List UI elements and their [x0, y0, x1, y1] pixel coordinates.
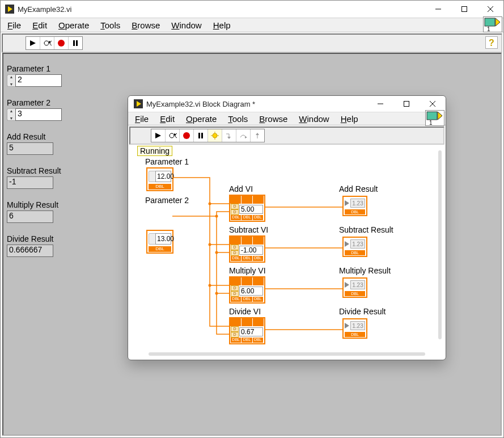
- run-continuous-button[interactable]: [166, 129, 180, 142]
- maximize-button[interactable]: [451, 1, 477, 18]
- menu-tools[interactable]: Tools: [95, 19, 126, 32]
- minimize-button[interactable]: [425, 1, 451, 18]
- menu-edit[interactable]: Edit: [154, 112, 180, 125]
- menu-browse[interactable]: Browse: [253, 112, 293, 125]
- minimize-button[interactable]: [367, 95, 393, 112]
- indicator-label-add: Add Result: [339, 184, 378, 193]
- indicator-terminal-add[interactable]: 1.23DBL: [342, 196, 367, 216]
- label: Subtract Result: [7, 166, 61, 175]
- menu-browse[interactable]: Browse: [126, 19, 166, 32]
- connector-pane-icon[interactable]: 1: [425, 110, 444, 128]
- subvi-add[interactable]: DD 5.00 DBLDBLDBL: [229, 195, 265, 222]
- svg-rect-14: [76, 40, 78, 46]
- menu-bar: File Edit Operate Tools Browse Window He…: [1, 18, 503, 32]
- indicator-add-result: Add Result 5: [7, 132, 53, 155]
- menu-operate[interactable]: Operate: [53, 19, 95, 32]
- run-button[interactable]: [26, 37, 40, 49]
- numeric-indicator: -1: [7, 176, 53, 189]
- front-panel[interactable]: Parameter 1 ▲▼ 2 Parameter 2 ▲▼ 3 Add Re…: [2, 53, 502, 436]
- numeric-input[interactable]: 3: [15, 108, 62, 121]
- menu-window[interactable]: Window: [166, 19, 207, 32]
- label: Parameter 1: [7, 64, 62, 73]
- svg-marker-39: [256, 133, 259, 135]
- label: Multiply Result: [7, 200, 58, 209]
- context-help-button[interactable]: ?: [485, 36, 498, 51]
- menu-help[interactable]: Help: [335, 112, 364, 125]
- indicator-label-subtract: Subtract Result: [339, 225, 393, 234]
- running-badge: Running: [137, 146, 172, 156]
- terminal-label-param1: Parameter 1: [145, 157, 189, 166]
- terminal-param1[interactable]: 12.00 DBL: [146, 167, 173, 191]
- svg-text:1: 1: [429, 120, 433, 126]
- menu-window[interactable]: Window: [293, 112, 334, 125]
- abort-button[interactable]: [54, 37, 69, 49]
- wires: [132, 145, 442, 356]
- run-continuous-button[interactable]: [40, 37, 54, 49]
- label: Parameter 2: [7, 98, 62, 107]
- svg-point-32: [213, 133, 217, 138]
- step-into-button[interactable]: [222, 129, 236, 142]
- close-button[interactable]: [477, 1, 503, 18]
- svg-rect-13: [73, 40, 75, 46]
- pause-button[interactable]: [194, 129, 208, 142]
- control-parameter-2: Parameter 2 ▲▼ 3: [7, 98, 62, 121]
- scrollbar-horizontal[interactable]: [149, 352, 425, 356]
- front-panel-window: MyExample32.vi File Edit Operate Tools B…: [0, 0, 504, 438]
- abort-button[interactable]: [180, 129, 194, 142]
- menu-file[interactable]: File: [2, 19, 27, 32]
- spin-buttons[interactable]: ▲▼: [7, 74, 15, 87]
- spin-buttons[interactable]: ▲▼: [7, 108, 15, 121]
- numeric-indicator: 6: [7, 210, 53, 223]
- app-icon: [134, 99, 143, 108]
- titlebar: MyExample32.vi Block Diagram *: [128, 96, 446, 112]
- menu-bar: File Edit Operate Tools Browse Window He…: [128, 112, 446, 125]
- subvi-label-divide: Divide VI: [229, 307, 261, 316]
- svg-rect-7: [485, 18, 495, 26]
- app-icon: [5, 5, 14, 14]
- svg-text:1: 1: [487, 26, 490, 32]
- block-diagram-canvas[interactable]: Running Parameter 1 12.00 DBL Parameter …: [132, 145, 442, 356]
- scrollbar-vertical[interactable]: [438, 150, 442, 339]
- indicator-terminal-divide[interactable]: 1.23DBL: [342, 318, 367, 339]
- svg-marker-10: [30, 40, 36, 46]
- indicator-terminal-subtract[interactable]: 1.23DBL: [342, 237, 367, 257]
- indicator-multiply-result: Multiply Result 6: [7, 200, 58, 223]
- svg-point-43: [215, 215, 218, 218]
- svg-rect-31: [201, 133, 203, 138]
- run-button[interactable]: [151, 129, 166, 142]
- svg-point-45: [215, 292, 218, 295]
- indicator-terminal-multiply[interactable]: 1.23DBL: [342, 277, 367, 298]
- svg-rect-20: [404, 102, 409, 107]
- connector-pane-icon[interactable]: 1: [483, 16, 502, 34]
- svg-rect-24: [427, 112, 437, 120]
- pause-button[interactable]: [69, 37, 82, 49]
- subvi-divide[interactable]: DD 0.67 DBLDBLDBL: [229, 317, 265, 344]
- menu-file[interactable]: File: [129, 112, 154, 125]
- menu-help[interactable]: Help: [207, 19, 236, 32]
- svg-marker-27: [155, 133, 161, 138]
- indicator-subtract-result: Subtract Result -1: [7, 166, 61, 189]
- highlight-exec-button[interactable]: [208, 129, 222, 142]
- subvi-multiply[interactable]: DD 6.00 DBLDBLDBL: [229, 276, 265, 304]
- step-over-button[interactable]: [236, 129, 251, 142]
- numeric-input[interactable]: 2: [15, 74, 62, 87]
- subvi-subtract[interactable]: DD -1.00 DBLDBLDBL: [229, 235, 265, 263]
- run-controls: [151, 129, 265, 142]
- svg-point-29: [183, 132, 190, 139]
- front-panel-toolbar: ?: [2, 33, 502, 53]
- svg-text:?: ?: [489, 38, 494, 48]
- numeric-indicator: 5: [7, 142, 53, 155]
- label: Divide Result: [7, 234, 53, 243]
- indicator-divide-result: Divide Result 0.666667: [7, 234, 53, 257]
- svg-point-42: [209, 284, 211, 287]
- menu-operate[interactable]: Operate: [180, 112, 222, 125]
- menu-tools[interactable]: Tools: [222, 112, 253, 125]
- menu-edit[interactable]: Edit: [27, 19, 53, 32]
- step-out-button[interactable]: [251, 129, 264, 142]
- indicator-label-divide: Divide Result: [339, 307, 386, 316]
- maximize-button[interactable]: [393, 95, 420, 112]
- run-controls: [26, 36, 83, 50]
- terminal-param2[interactable]: 13.00 DBL: [146, 230, 173, 254]
- control-parameter-1: Parameter 1 ▲▼ 2: [7, 64, 62, 87]
- subvi-label-multiply: Multiply VI: [229, 266, 266, 275]
